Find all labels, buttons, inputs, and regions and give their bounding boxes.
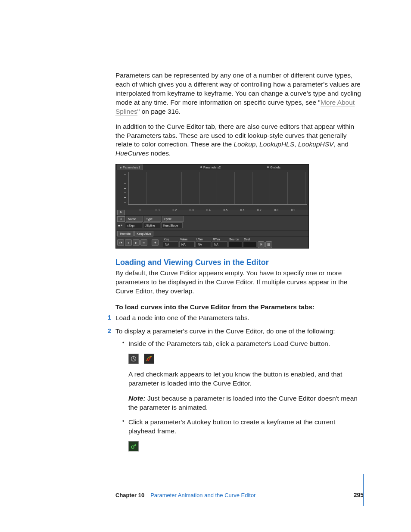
option-autokey: Click a parameter's Autokey button to cr… — [122, 418, 364, 451]
section-paragraph: By default, the Curve Editor appears emp… — [115, 269, 364, 296]
plot-grid — [128, 172, 307, 205]
tab-parameters1[interactable]: Parameters1 — [117, 165, 143, 170]
note-body: Just because a parameter is loaded into … — [128, 395, 358, 411]
intro-paragraph-1: Parameters can be represented by any one… — [115, 71, 364, 116]
x-tick: 0.5 — [222, 208, 239, 213]
col-name: Name — [126, 216, 143, 222]
row-toggle[interactable]: ■ + — [117, 224, 124, 227]
tab-globals[interactable]: Globals — [265, 165, 283, 170]
tab-close-icon — [120, 167, 121, 168]
load-curve-checked-icon — [144, 354, 154, 364]
intro-paragraph-2: In addition to the Curve Editor tab, the… — [115, 122, 364, 159]
source-field[interactable] — [228, 241, 242, 247]
text: " on page 316. — [137, 108, 181, 115]
procedure-steps: 1 Load a node into one of the Parameters… — [115, 314, 364, 451]
next-key-icon[interactable]: ▸ — [133, 239, 140, 246]
option-text: Inside of the Parameters tab, click a pa… — [128, 340, 330, 347]
param-cycle-cell[interactable]: KeepSlope — [161, 222, 183, 228]
document-page: Parameters can be represented by any one… — [0, 0, 411, 532]
note: Note: Just because a parameter is loaded… — [128, 394, 364, 412]
x-tick: 0.3 — [189, 208, 206, 213]
param-name-cell[interactable]: xExpr — [125, 222, 142, 228]
rtan-label: RTan — [212, 238, 227, 241]
x-tick: 0.8 — [273, 208, 290, 213]
prev-key-icon[interactable]: ◂ — [125, 239, 132, 246]
source-label: Source — [228, 238, 242, 241]
param-type-cell[interactable]: JSpline — [143, 222, 160, 228]
page-footer: Chapter 10 Parameter Animation and the C… — [115, 492, 364, 498]
step-number: 2 — [108, 327, 111, 335]
tab-parameters2[interactable]: Parameters2 — [198, 165, 223, 170]
col-type: Type — [144, 216, 161, 222]
autokey-icon-row — [128, 441, 364, 451]
node-name: LookupHSV — [298, 140, 334, 148]
hermite-button[interactable]: Hermite — [117, 231, 134, 236]
chapter-title: Parameter Animation and the Curve Editor — [150, 492, 255, 498]
curve-plot-area — [116, 170, 308, 209]
x-tick: 0.6 — [240, 208, 256, 213]
tab-close-icon — [200, 166, 202, 168]
tab-label: Parameters1 — [123, 166, 140, 169]
tab-label: Parameters2 — [203, 166, 221, 169]
rtan-field[interactable]: NA — [212, 241, 227, 247]
page-number: 295 — [354, 492, 364, 498]
y-axis — [116, 170, 128, 209]
tab-close-icon — [267, 166, 269, 168]
ltan-label: LTan — [196, 238, 211, 241]
text: , and — [333, 140, 348, 148]
tab-label: Globals — [270, 166, 280, 169]
ltan-field[interactable]: NA — [196, 241, 211, 247]
chapter-label: Chapter 10 — [115, 492, 144, 498]
interp-buttons-row: Hermite KeepValue — [116, 230, 308, 236]
option-load-curve: Inside of the Parameters tab, click a pa… — [122, 339, 364, 412]
step-2-options: Inside of the Parameters tab, click a pa… — [122, 339, 364, 451]
spreadsheet-row: ■ + xExpr JSpline KeepSlope — [116, 222, 308, 228]
node-name: HueCurves — [115, 149, 149, 157]
text: nodes. — [149, 149, 171, 157]
expand-button[interactable]: « — [117, 216, 125, 222]
text: , — [294, 140, 298, 148]
add-key-icon[interactable]: ✦ — [152, 239, 159, 246]
key-label: Key — [163, 238, 178, 241]
option-text: Click a parameter's Autokey button to cr… — [128, 418, 335, 435]
value-field[interactable]: NA — [179, 241, 195, 247]
load-curve-icons — [128, 354, 364, 364]
step-2: 2 To display a parameter's curve in the … — [115, 327, 364, 451]
step-text: To display a parameter's curve in the Cu… — [115, 327, 335, 335]
autokey-icon — [128, 441, 139, 451]
node-name: LookupHLS — [259, 140, 294, 148]
curve-editor-screenshot: Parameters1 Parameters2 Globals ↻ 0 0.1 … — [115, 164, 309, 249]
node-name: Lookup — [234, 140, 256, 148]
x-tick: 0.2 — [172, 208, 189, 213]
x-tick: 0.4 — [206, 208, 222, 213]
editor-tabs: Parameters1 Parameters2 Globals — [116, 165, 308, 170]
option-followup: A red checkmark appears to let you know … — [128, 370, 364, 388]
spreadsheet-header: « Name Type Cycle — [116, 215, 308, 222]
x-axis-row: ↻ 0 0.1 0.2 0.3 0.4 0.5 0.6 0.7 0.8 0.9 — [116, 209, 308, 215]
x-axis-labels: 0 0.1 0.2 0.3 0.4 0.5 0.6 0.7 0.8 0.9 — [126, 208, 307, 213]
dest-field[interactable] — [243, 241, 257, 247]
x-tick: 0.9 — [290, 208, 307, 213]
section-heading: Loading and Viewing Curves in the Editor — [115, 258, 364, 267]
col-cycle: Cycle — [162, 216, 184, 222]
x-tick: 0.1 — [155, 208, 171, 213]
note-label: Note: — [128, 395, 146, 402]
value-label: Value — [179, 238, 195, 241]
clock-icon[interactable]: ◔ — [117, 239, 124, 246]
step-text: Load a node into one of the Parameters t… — [115, 314, 249, 321]
key-toolbar: ◔ ◂ ▸ ∞ ✦ Key NA Value NA LTan NA RTan N… — [116, 236, 308, 248]
x-tick: 0 — [138, 208, 155, 213]
text: , — [255, 140, 259, 148]
procedure-lead: To load curves into the Curve Editor fro… — [115, 303, 364, 312]
copy-icon[interactable]: ⎘ — [258, 241, 265, 248]
step-number: 1 — [108, 314, 111, 322]
keepvalue-button[interactable]: KeepValue — [134, 231, 153, 236]
refresh-button[interactable]: ↻ — [117, 210, 125, 215]
key-field[interactable]: NA — [163, 241, 178, 247]
dest-label: Dest — [243, 238, 257, 241]
link-icon[interactable]: ∞ — [140, 239, 147, 246]
x-tick: 0.7 — [256, 208, 273, 213]
step-1: 1 Load a node into one of the Parameters… — [115, 314, 364, 323]
clock-icon — [128, 354, 139, 364]
paste-icon[interactable]: ▦ — [265, 241, 272, 248]
